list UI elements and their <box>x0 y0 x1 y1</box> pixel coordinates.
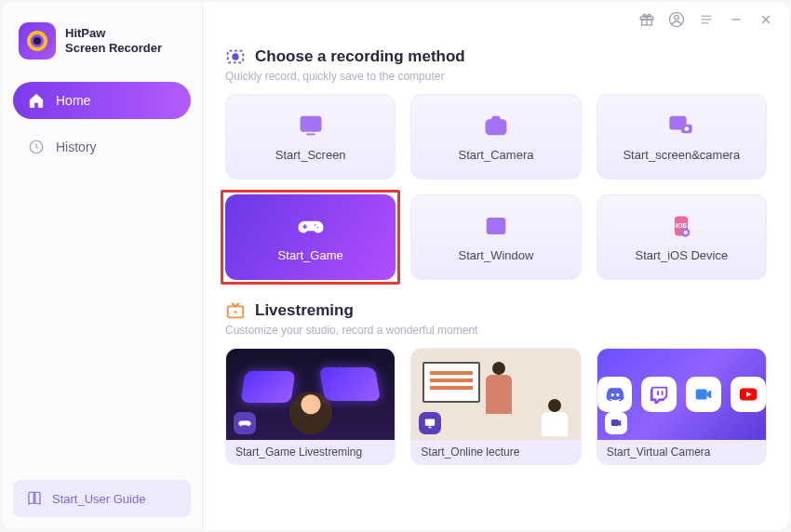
brand-line2: Screen Recorder <box>65 41 162 56</box>
user-guide-label: Start_User Guide <box>52 492 145 506</box>
camera-icon <box>483 113 509 139</box>
section-record-subtitle: Quickly record, quickly save to the comp… <box>225 70 767 83</box>
svg-point-13 <box>685 126 690 131</box>
thumb-lecture <box>411 349 580 440</box>
section-record-title: Choose a recording method <box>255 47 465 66</box>
card-start-camera[interactable]: Start_Camera <box>410 94 581 180</box>
svg-point-21 <box>684 230 688 233</box>
app-window: HitPaw Screen Recorder Home History Star… <box>2 2 789 530</box>
card-label: Start_screen&camera <box>623 148 740 162</box>
thumb-virtual <box>597 349 766 440</box>
video-icon <box>686 377 721 412</box>
svg-point-17 <box>493 224 499 230</box>
card-start-game[interactable]: Start_Game <box>225 194 396 280</box>
user-guide-button[interactable]: Start_User Guide <box>13 480 191 517</box>
card-label: Start_Camera <box>459 148 534 162</box>
gamepad-icon <box>234 412 256 434</box>
sidebar-item-label: History <box>56 140 97 154</box>
card-online-lecture[interactable]: Start_Online lecture <box>410 348 581 465</box>
app-logo-icon <box>19 22 56 60</box>
sidebar-item-history[interactable]: History <box>13 128 191 166</box>
titlebar <box>623 2 789 37</box>
sidebar-item-home[interactable]: Home <box>13 82 191 119</box>
game-icon <box>298 213 324 239</box>
card-label: Start_Screen <box>275 148 346 162</box>
hamburger-icon[interactable] <box>698 11 715 28</box>
sidebar-item-label: Home <box>56 93 90 108</box>
svg-point-8 <box>308 121 314 126</box>
card-label: Start_Window <box>459 248 534 262</box>
discord-icon <box>597 377 633 412</box>
card-label: Start_Online lecture <box>411 440 580 464</box>
section-record-head: Choose a recording method <box>225 47 767 67</box>
svg-point-6 <box>233 54 238 60</box>
card-start-screen-camera[interactable]: Start_screen&camera <box>597 94 767 180</box>
brand-line1: HitPaw <box>65 26 162 41</box>
main-area: Choose a recording method Quickly record… <box>203 2 789 530</box>
section-live-head: Livestreming <box>225 300 767 321</box>
svg-rect-27 <box>611 420 618 426</box>
card-start-screen[interactable]: Start_Screen <box>225 94 396 180</box>
svg-point-23 <box>235 311 237 313</box>
minimize-icon[interactable] <box>728 11 744 28</box>
brand: HitPaw Screen Recorder <box>13 15 191 82</box>
section-live-subtitle: Customize your studio, record a wonderfu… <box>225 324 767 337</box>
close-icon[interactable] <box>757 11 774 28</box>
svg-text:iOS: iOS <box>676 222 687 229</box>
svg-rect-24 <box>426 419 435 425</box>
ios-icon: iOS <box>668 213 694 239</box>
youtube-icon <box>731 377 766 412</box>
webcam-icon <box>605 412 627 434</box>
card-label: Start_iOS Device <box>635 248 728 262</box>
window-icon <box>483 213 509 239</box>
record-grid: Start_Screen Start_Camera Start_screen&c… <box>225 94 767 280</box>
livestream-section-icon <box>225 300 246 321</box>
card-start-window[interactable]: Start_Window <box>410 194 581 280</box>
gift-icon[interactable] <box>638 11 655 28</box>
user-icon[interactable] <box>668 11 685 28</box>
screen-icon <box>298 113 324 139</box>
record-section-icon <box>225 47 246 67</box>
live-grid: Start_Game Livestreming Start_Online lec… <box>225 348 767 465</box>
card-virtual-camera[interactable]: Start_Virtual Camera <box>597 348 767 465</box>
presentation-icon <box>419 412 441 434</box>
card-game-livestream[interactable]: Start_Game Livestreming <box>225 348 396 465</box>
section-live-title: Livestreming <box>255 301 354 320</box>
card-start-ios[interactable]: iOS Start_iOS Device <box>597 194 767 280</box>
svg-rect-25 <box>696 390 707 400</box>
svg-point-15 <box>316 226 319 229</box>
svg-point-10 <box>492 123 500 130</box>
card-label: Start_Game <box>278 248 343 262</box>
card-label: Start_Virtual Camera <box>597 440 766 464</box>
card-label: Start_Game Livestreming <box>226 440 395 464</box>
screen-camera-icon <box>668 113 694 139</box>
sidebar: HitPaw Screen Recorder Home History Star… <box>2 2 203 530</box>
svg-point-3 <box>675 16 679 20</box>
thumb-gaming <box>226 349 395 440</box>
svg-point-14 <box>314 223 316 226</box>
twitch-icon <box>641 377 677 412</box>
